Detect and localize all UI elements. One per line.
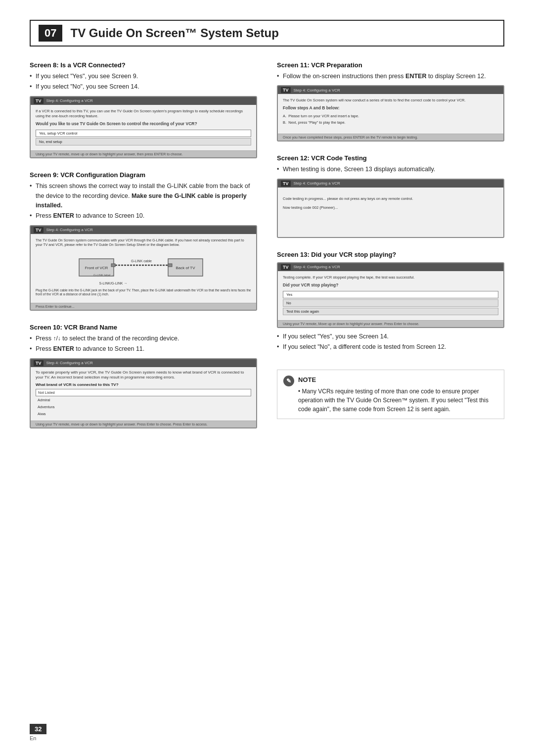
screen9-tv: TV Step 4: Configuring a VCR The TV Guid… bbox=[30, 225, 257, 311]
screen11-body: Follow the on-screen instructions then p… bbox=[277, 72, 504, 81]
page-lang: En bbox=[30, 735, 36, 741]
page: 07 TV Guide On Screen™ System Setup Scre… bbox=[0, 0, 534, 756]
screen12-body: When testing is done, Screen 13 displays… bbox=[277, 165, 504, 174]
screen9-tv-diagram: The TV Guide On Screen system communicat… bbox=[31, 234, 256, 303]
content-area: Screen 8: Is a VCR Connected? If you sel… bbox=[30, 61, 504, 430]
screen9-bullet1: This screen shows the correct way to ins… bbox=[30, 182, 257, 210]
page-number-area: 32 En bbox=[30, 724, 46, 741]
svg-rect-6 bbox=[168, 264, 172, 267]
screen8-bullet2: If you select "No", you see Screen 14. bbox=[30, 82, 257, 92]
screen10-tv: TV Step 4: Configuring a VCR To operate … bbox=[30, 358, 257, 429]
diagram-area: Front of VCR Back of TV G-LINK label → bbox=[36, 249, 251, 288]
svg-rect-4 bbox=[111, 264, 115, 267]
screen13-tv: TV Step 4: Configuring a VCR Testing com… bbox=[277, 262, 504, 328]
screen10-title: Screen 10: VCR Brand Name bbox=[30, 324, 257, 331]
screen8-tv-header: TV Step 4: Configuring a VCR bbox=[31, 97, 256, 105]
note-content: NOTE • Many VCRs require testing of more… bbox=[298, 375, 498, 414]
note-title: NOTE bbox=[298, 375, 498, 385]
screen9-title: Screen 9: VCR Configuration Diagram bbox=[30, 171, 257, 179]
screen11-bullet1: Follow the on-screen instructions then p… bbox=[277, 72, 504, 81]
screen11-tv-header: TV Step 4: Configuring a VCR bbox=[278, 86, 503, 94]
svg-text:G-LINK cable: G-LINK cable bbox=[131, 259, 152, 263]
screen12-tv: TV Step 4: Configuring a VCR Code testin… bbox=[277, 179, 504, 238]
screen8-tv-body: If a VCR is connected to this TV, you ca… bbox=[31, 105, 256, 151]
screen9-body: This screen shows the correct way to ins… bbox=[30, 182, 257, 221]
chapter-title: TV Guide On Screen™ System Setup bbox=[70, 26, 278, 40]
screen12-tv-body: Code testing in progress... please do no… bbox=[278, 188, 503, 237]
screen13-section: Screen 13: Did your VCR stop playing? TV… bbox=[277, 251, 504, 353]
page-number: 32 bbox=[30, 724, 46, 734]
svg-text:Back of TV: Back of TV bbox=[176, 266, 196, 270]
screen9-bullet2: Press ENTER to advance to Screen 10. bbox=[30, 211, 257, 221]
note-bullet1: • Many VCRs require testing of more than… bbox=[298, 387, 498, 414]
note-icon: ✎ bbox=[283, 376, 294, 386]
screen12-title: Screen 12: VCR Code Testing bbox=[277, 154, 504, 162]
screen11-tv-body: The TV Guide On Screen system will now c… bbox=[278, 94, 503, 134]
screen13-after-bullets: If you select "Yes", you see Screen 14. … bbox=[277, 332, 504, 352]
svg-text:S-LINK/G-LINK →: S-LINK/G-LINK → bbox=[99, 282, 128, 285]
chapter-number: 07 bbox=[39, 25, 62, 42]
screen10-section: Screen 10: VCR Brand Name Press ↑/↓ to s… bbox=[30, 324, 257, 429]
vcr-diagram-svg: Front of VCR Back of TV G-LINK label → bbox=[36, 249, 251, 288]
screen12-section: Screen 12: VCR Code Testing When testing… bbox=[277, 154, 504, 237]
screen13-bullet1: If you select "Yes", you see Screen 14. bbox=[277, 332, 504, 341]
screen8-section: Screen 8: Is a VCR Connected? If you sel… bbox=[30, 61, 257, 158]
screen13-title: Screen 13: Did your VCR stop playing? bbox=[277, 251, 504, 258]
screen9-section: Screen 9: VCR Configuration Diagram This… bbox=[30, 171, 257, 311]
left-column: Screen 8: Is a VCR Connected? If you sel… bbox=[30, 61, 257, 430]
screen12-tv-header: TV Step 4: Configuring a VCR bbox=[278, 180, 503, 188]
screen11-section: Screen 11: VCR Preparation Follow the on… bbox=[277, 61, 504, 142]
screen10-tv-list: To operate properly with your VCR, the T… bbox=[31, 367, 256, 421]
screen8-body: If you select "Yes", you see Screen 9. I… bbox=[30, 72, 257, 92]
screen10-tv-header: TV Step 4: Configuring a VCR bbox=[31, 359, 256, 367]
screen10-bullet1: Press ↑/↓ to select the brand of the rec… bbox=[30, 334, 257, 343]
svg-text:G-LINK label →: G-LINK label → bbox=[93, 274, 114, 277]
screen8-bullet1: If you select "Yes", you see Screen 9. bbox=[30, 72, 257, 81]
screen9-tv-header: TV Step 4: Configuring a VCR bbox=[31, 226, 256, 234]
screen13-tv-header: TV Step 4: Configuring a VCR bbox=[278, 263, 503, 271]
screen8-title: Screen 8: Is a VCR Connected? bbox=[30, 61, 257, 69]
chapter-header: 07 TV Guide On Screen™ System Setup bbox=[30, 20, 504, 47]
screen11-title: Screen 11: VCR Preparation bbox=[277, 61, 504, 69]
screen13-bullet2: If you select "No", a different code is … bbox=[277, 342, 504, 352]
screen10-bullet2: Press ENTER to advance to Screen 11. bbox=[30, 344, 257, 354]
screen13-tv-body: Testing complete. If your VCR stopped pl… bbox=[278, 271, 503, 320]
screen11-tv: TV Step 4: Configuring a VCR The TV Guid… bbox=[277, 85, 504, 142]
note-box: ✎ NOTE • Many VCRs require testing of mo… bbox=[277, 370, 504, 419]
screen8-tv: TV Step 4: Configuring a VCR If a VCR is… bbox=[30, 96, 257, 159]
screen12-bullet1: When testing is done, Screen 13 displays… bbox=[277, 165, 504, 174]
screen10-body: Press ↑/↓ to select the brand of the rec… bbox=[30, 334, 257, 354]
svg-text:Front of VCR: Front of VCR bbox=[85, 266, 108, 270]
right-column: Screen 11: VCR Preparation Follow the on… bbox=[277, 61, 504, 430]
